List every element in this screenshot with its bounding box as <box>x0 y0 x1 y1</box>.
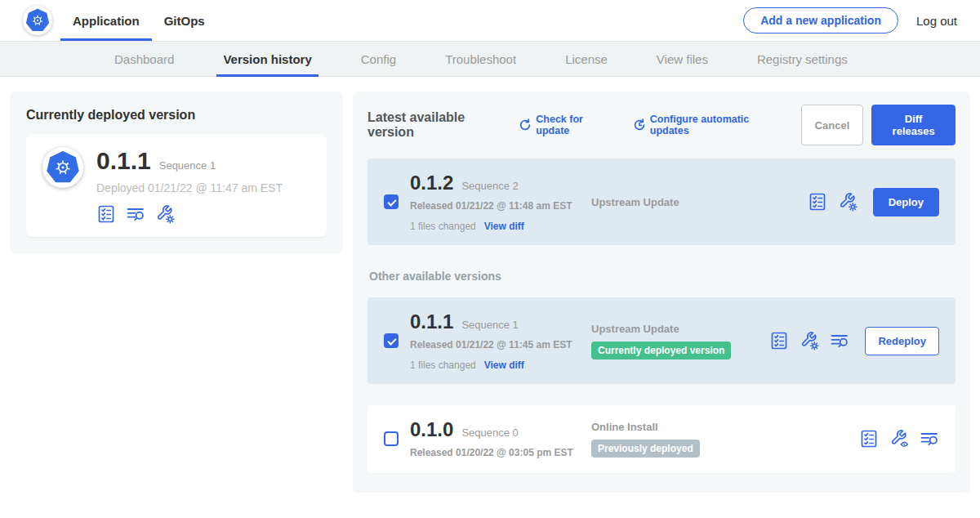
schedule-refresh-icon <box>633 118 646 132</box>
deploy-logs-icon[interactable] <box>830 331 849 351</box>
released-timestamp: Released 01/21/22 @ 11:45 am EST <box>410 338 573 351</box>
version-meta: 0.1.1 Sequence 1 Released 01/21/22 @ 11:… <box>410 310 588 371</box>
deployed-actions <box>96 204 283 224</box>
released-timestamp: Released 01/21/22 @ 11:48 am EST <box>410 199 573 212</box>
deploy-button[interactable]: Deploy <box>873 188 939 217</box>
tab-gitops[interactable]: GitOps <box>152 0 217 41</box>
files-changed-count: 1 files changed <box>410 359 476 371</box>
deployed-version-card: 0.1.1 Sequence 1 Deployed 01/21/22 @ 11:… <box>26 134 327 237</box>
preflight-checklist-icon[interactable] <box>808 192 827 212</box>
app-logo-icon <box>42 147 83 188</box>
deploy-logs-icon[interactable] <box>126 204 145 224</box>
version-row-0-1-2: 0.1.2 Sequence 2 Released 01/21/22 @ 11:… <box>368 159 956 245</box>
edit-config-icon[interactable] <box>800 331 819 351</box>
source-label: Online Install <box>591 421 859 433</box>
version-source: Upstream Update <box>588 196 808 208</box>
subnav-item-view-files[interactable]: View files <box>650 42 715 76</box>
released-timestamp: Released 01/20/22 @ 03:05 pm EST <box>410 446 573 459</box>
files-changed-count: 1 files changed <box>410 221 476 232</box>
view-diff-link[interactable]: View diff <box>484 221 524 232</box>
deployed-sequence-label: Sequence 1 <box>159 159 216 172</box>
header-buttons: Cancel Diff releases <box>801 105 956 145</box>
sequence-label: Sequence 1 <box>461 319 518 331</box>
kubernetes-logo-icon <box>23 6 52 35</box>
version-source: Upstream Update Currently deployed versi… <box>588 323 769 359</box>
version-actions: Deploy <box>808 188 939 217</box>
source-label: Upstream Update <box>591 196 808 208</box>
configure-automatic-updates-label: Configure automatic updates <box>650 114 782 136</box>
preflight-checklist-icon[interactable] <box>859 429 879 449</box>
check-for-update-label: Check for update <box>536 114 612 136</box>
deployed-timestamp: Deployed 01/21/22 @ 11:47 am EST <box>96 181 283 194</box>
deployed-version-info: 0.1.1 Sequence 1 Deployed 01/21/22 @ 11:… <box>96 147 283 224</box>
version-source: Online Install Previously deployed <box>588 421 859 458</box>
currently-deployed-panel: Currently deployed version 0.1.1 Sequenc… <box>10 92 343 253</box>
cancel-button[interactable]: Cancel <box>801 105 864 145</box>
currently-deployed-title: Currently deployed version <box>26 108 327 123</box>
other-versions-title: Other available versions <box>369 270 954 283</box>
version-actions <box>859 429 939 449</box>
latest-version-title: Latest available version <box>368 110 506 140</box>
edit-config-icon[interactable] <box>838 192 858 212</box>
version-history-panel: Latest available version Check for updat… <box>353 92 970 493</box>
app-subnav: Dashboard Version history Config Trouble… <box>0 41 980 77</box>
version-checkbox[interactable] <box>384 194 399 209</box>
version-meta: 0.1.0 Sequence 0 Released 01/20/22 @ 03:… <box>410 418 588 459</box>
version-checkbox[interactable] <box>384 431 399 446</box>
primary-nav: Application GitOps <box>60 0 217 41</box>
subnav-item-dashboard[interactable]: Dashboard <box>108 42 180 76</box>
version-checkbox[interactable] <box>384 333 399 348</box>
row-spacer <box>368 384 956 405</box>
version-row-0-1-1: 0.1.1 Sequence 1 Released 01/21/22 @ 11:… <box>368 297 956 384</box>
deploy-logs-icon[interactable] <box>920 429 939 449</box>
logout-button[interactable]: Log out <box>916 14 957 28</box>
latest-version-header: Latest available version Check for updat… <box>368 105 956 145</box>
currently-deployed-badge: Currently deployed version <box>591 342 731 359</box>
version-number: 0.1.2 <box>410 172 453 194</box>
subnav-item-license[interactable]: License <box>559 42 614 76</box>
files-changed: 1 files changedView diff <box>410 221 588 232</box>
diff-releases-button[interactable]: Diff releases <box>871 105 956 145</box>
files-changed: 1 files changedView diff <box>410 359 588 371</box>
sequence-label: Sequence 2 <box>461 180 518 192</box>
preflight-checklist-icon[interactable] <box>96 204 116 224</box>
previously-deployed-badge: Previously deployed <box>591 440 700 458</box>
version-number: 0.1.1 <box>410 310 453 333</box>
add-new-application-button[interactable]: Add a new application <box>743 7 898 33</box>
version-actions: Redeploy <box>769 327 939 355</box>
subnav-item-config[interactable]: Config <box>354 42 403 76</box>
source-label: Upstream Update <box>591 323 769 335</box>
preflight-checklist-icon[interactable] <box>769 331 789 351</box>
check-for-update-link[interactable]: Check for update <box>519 114 612 136</box>
redeploy-button[interactable]: Redeploy <box>865 327 939 355</box>
refresh-icon <box>519 118 532 132</box>
header-right: Add a new application Log out <box>743 7 957 33</box>
view-config-icon[interactable] <box>889 429 909 449</box>
main-content: Currently deployed version 0.1.1 Sequenc… <box>0 77 980 507</box>
view-diff-link[interactable]: View diff <box>484 359 524 371</box>
sequence-label: Sequence 0 <box>461 426 518 439</box>
deployed-version-number: 0.1.1 <box>96 147 151 175</box>
version-row-0-1-0: 0.1.0 Sequence 0 Released 01/20/22 @ 03:… <box>368 405 956 472</box>
version-number: 0.1.0 <box>410 418 453 441</box>
subnav-item-version-history[interactable]: Version history <box>216 42 318 76</box>
edit-config-icon[interactable] <box>155 204 175 224</box>
subnav-item-troubleshoot[interactable]: Troubleshoot <box>439 42 523 76</box>
tab-application[interactable]: Application <box>60 0 152 41</box>
top-header: Application GitOps Add a new application… <box>0 0 980 41</box>
version-meta: 0.1.2 Sequence 2 Released 01/21/22 @ 11:… <box>410 172 588 232</box>
subnav-item-registry-settings[interactable]: Registry settings <box>751 42 854 76</box>
configure-automatic-updates-link[interactable]: Configure automatic updates <box>633 114 782 136</box>
